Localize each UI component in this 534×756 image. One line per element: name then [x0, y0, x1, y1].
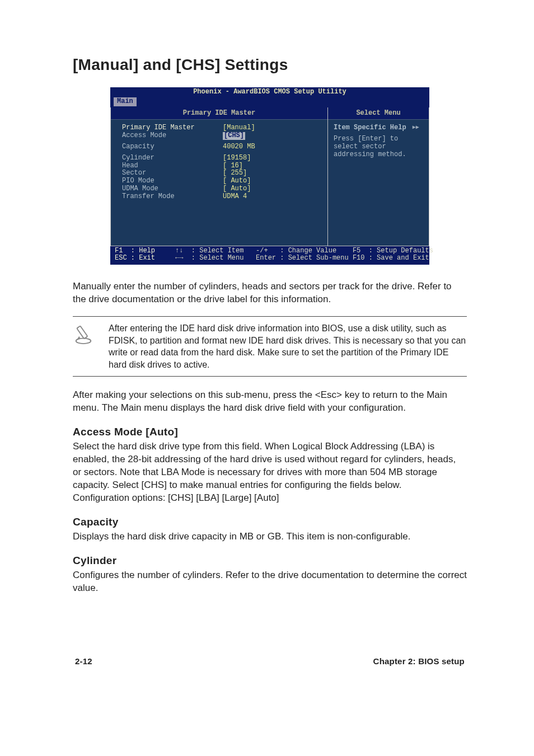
bios-title-bar: Phoenix - AwardBIOS CMOS Setup Utility: [110, 87, 429, 96]
pencil-note-icon: [73, 322, 96, 370]
field-value: [ Auto]: [223, 177, 251, 185]
field-value: UDMA 4: [223, 193, 247, 201]
field-value: [Manual]: [223, 124, 255, 132]
footer-key: ←→ : Select Menu: [175, 254, 243, 262]
bios-field-udma-mode[interactable]: UDMA Mode [ Auto]: [122, 185, 322, 193]
field-value: [ Auto]: [223, 185, 251, 193]
svg-point-0: [76, 339, 91, 344]
bios-field-access-mode[interactable]: Access Mode [CHS]: [122, 132, 322, 140]
bios-field-head[interactable]: Head [ 16]: [122, 162, 322, 170]
field-value: [ 255]: [223, 170, 247, 177]
footer-key: Enter : Select Sub-menu: [256, 254, 349, 262]
footer-key: ↑↓ : Select Item: [175, 247, 243, 255]
page-number: 2-12: [75, 656, 92, 666]
paragraph: Displays the hard disk drive capacity in…: [73, 530, 467, 543]
bios-field-cylinder[interactable]: Cylinder [19158]: [122, 154, 322, 162]
field-value-selected: [CHS]: [223, 132, 245, 140]
footer-key: ESC : Exit: [115, 254, 155, 262]
field-label: Cylinder: [122, 154, 223, 162]
bios-screenshot: Phoenix - AwardBIOS CMOS Setup Utility M…: [110, 87, 429, 265]
page-footer: 2-12 Chapter 2: BIOS setup: [73, 656, 467, 666]
page-title: [Manual] and [CHS] Settings: [73, 56, 467, 74]
field-label: Capacity: [122, 143, 223, 151]
field-label: Access Mode: [122, 132, 223, 140]
paragraph: Configures the number of cylinders. Refe…: [73, 569, 467, 595]
bios-footer-keys: F1 : Help ↑↓ : Select Item -/+ : Change …: [110, 246, 429, 265]
footer-key: -/+ : Change Value: [256, 247, 336, 255]
footer-key: F5 : Setup Defaults: [353, 247, 433, 255]
section-heading-access-mode: Access Mode [Auto]: [73, 426, 467, 438]
bios-field-transfer-mode: Transfer Mode UDMA 4: [122, 193, 322, 201]
bios-field-pio-mode[interactable]: PIO Mode [ Auto]: [122, 177, 322, 185]
section-heading-capacity: Capacity: [73, 516, 467, 528]
field-label: Transfer Mode: [122, 193, 223, 201]
field-value: 40020 MB: [223, 143, 255, 151]
bios-help-text-line: addressing method.: [334, 151, 423, 159]
bios-help-text-line: Press [Enter] to: [334, 135, 423, 143]
field-label: Head: [122, 162, 223, 170]
paragraph: Manually enter the number of cylinders, …: [73, 280, 467, 306]
field-label: Sector: [122, 170, 223, 177]
bios-field-sector[interactable]: Sector [ 255]: [122, 170, 322, 177]
section-heading-cylinder: Cylinder: [73, 555, 467, 567]
note-text: After entering the IDE hard disk drive i…: [109, 322, 467, 370]
footer-key: F10 : Save and Exit: [353, 254, 429, 262]
paragraph: After making your selections on this sub…: [73, 389, 467, 415]
footer-key: F1 : Help: [115, 247, 155, 255]
bios-field-capacity: Capacity 40020 MB: [122, 143, 322, 151]
field-value: [ 16]: [223, 162, 243, 170]
document-page: [Manual] and [CHS] Settings Phoenix - Aw…: [0, 0, 534, 699]
bios-right-pane: Select Menu Item Specific Help ▶▶ Press …: [328, 107, 429, 246]
svg-rect-1: [77, 326, 87, 339]
field-label: Primary IDE Master: [122, 124, 223, 132]
bios-field-primary-ide-master[interactable]: Primary IDE Master [Manual]: [122, 124, 322, 132]
note-block: After entering the IDE hard disk drive i…: [73, 316, 467, 377]
bios-help-heading: Item Specific Help ▶▶: [334, 124, 423, 132]
field-value: [19158]: [223, 154, 251, 162]
bios-tab-main[interactable]: Main: [114, 97, 137, 106]
bios-left-pane-title: Primary IDE Master: [111, 107, 327, 120]
paragraph: Select the hard disk drive type from thi…: [73, 440, 467, 505]
help-heading-text: Item Specific Help: [334, 124, 406, 132]
field-label: UDMA Mode: [122, 185, 223, 193]
field-label: PIO Mode: [122, 177, 223, 185]
bios-help-text-line: select sector: [334, 143, 423, 151]
chapter-title: Chapter 2: BIOS setup: [373, 656, 465, 666]
double-arrow-right-icon: ▶▶: [413, 124, 419, 131]
bios-tab-bar: Main: [110, 96, 429, 107]
bios-right-pane-title: Select Menu: [328, 107, 429, 120]
bios-left-pane: Primary IDE Master Primary IDE Master [M…: [111, 107, 328, 246]
